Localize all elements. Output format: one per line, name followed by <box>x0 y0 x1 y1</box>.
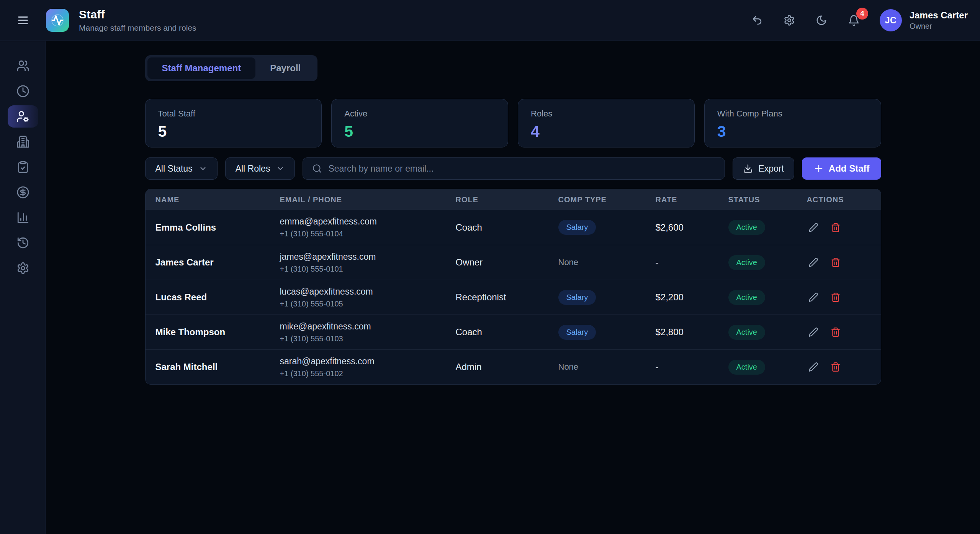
tab-payroll[interactable]: Payroll <box>255 57 315 79</box>
column-header-role: Role <box>456 195 558 204</box>
sidebar-item-history[interactable] <box>8 232 38 254</box>
staff-rate: $2,800 <box>656 327 728 337</box>
stat-card-active: Active 5 <box>331 99 508 147</box>
clipboard-check-icon <box>16 161 29 174</box>
staff-role: Receptionist <box>456 292 558 303</box>
sidebar <box>0 41 46 534</box>
column-header-rate: Rate <box>656 195 728 204</box>
staff-name: Sarah Mitchell <box>155 362 280 372</box>
app-logo-icon <box>46 9 69 32</box>
staff-phone: +1 (310) 555-0102 <box>280 369 456 378</box>
user-name: James Carter <box>910 10 968 21</box>
status-badge: Active <box>728 220 765 235</box>
stat-cards: Total Staff 5 Active 5 Roles 4 With Comp… <box>145 99 881 147</box>
staff-rate: $2,200 <box>656 292 728 303</box>
table-row[interactable]: James Carter james@apexfitness.com +1 (3… <box>146 245 881 280</box>
comp-type-badge: None <box>558 257 579 267</box>
sidebar-item-tasks[interactable] <box>8 156 38 178</box>
gear-icon[interactable] <box>781 12 797 28</box>
plus-icon <box>813 163 824 174</box>
table-row[interactable]: Lucas Reed lucas@apexfitness.com +1 (310… <box>146 280 881 315</box>
filter-bar: All Status All Roles Export Add Staff <box>145 157 881 180</box>
sidebar-item-billing[interactable] <box>8 181 38 203</box>
delete-button[interactable] <box>829 256 842 269</box>
history-icon <box>16 236 29 249</box>
delete-button[interactable] <box>829 291 842 304</box>
search-icon <box>312 164 322 174</box>
staff-email: lucas@apexfitness.com <box>280 287 456 297</box>
staff-name: Mike Thompson <box>155 327 280 337</box>
search-input[interactable] <box>328 164 715 174</box>
edit-button[interactable] <box>807 326 820 339</box>
delete-button[interactable] <box>829 360 842 373</box>
staff-table: Name Email / Phone Role Comp Type Rate S… <box>145 189 881 385</box>
table-row[interactable]: Emma Collins emma@apexfitness.com +1 (31… <box>146 210 881 245</box>
edit-button[interactable] <box>807 221 820 234</box>
hamburger-menu-button[interactable] <box>14 11 32 29</box>
sidebar-item-reports[interactable] <box>8 206 38 229</box>
search-field <box>303 157 725 180</box>
status-filter-label: All Status <box>155 164 193 174</box>
brand: Staff Manage staff members and roles <box>46 8 196 33</box>
stat-value: 5 <box>158 123 309 141</box>
staff-role: Owner <box>456 257 558 268</box>
staff-role: Coach <box>456 327 558 337</box>
column-header-comp-type: Comp Type <box>558 195 656 204</box>
stat-label: Roles <box>531 109 682 119</box>
dollar-circle-icon <box>16 186 29 199</box>
stat-label: Total Staff <box>158 109 309 119</box>
tab-bar: Staff Management Payroll <box>145 55 318 81</box>
stat-value: 4 <box>531 123 682 141</box>
delete-button[interactable] <box>829 221 842 234</box>
page-subtitle: Manage staff members and roles <box>79 23 196 33</box>
delete-button[interactable] <box>829 326 842 339</box>
page-title: Staff <box>79 8 196 21</box>
tab-staff-management[interactable]: Staff Management <box>147 57 256 79</box>
table-header-row: Name Email / Phone Role Comp Type Rate S… <box>146 189 881 210</box>
stat-value: 5 <box>344 123 495 141</box>
sidebar-item-schedule[interactable] <box>8 80 38 102</box>
export-label: Export <box>758 164 784 174</box>
download-icon <box>743 164 753 174</box>
edit-button[interactable] <box>807 256 820 269</box>
staff-rate: - <box>656 257 728 268</box>
status-badge: Active <box>728 255 765 270</box>
export-button[interactable]: Export <box>733 157 794 180</box>
staff-phone: +1 (310) 555-0103 <box>280 334 456 343</box>
roles-filter-dropdown[interactable]: All Roles <box>225 157 295 180</box>
add-staff-button[interactable]: Add Staff <box>802 157 881 180</box>
sidebar-item-settings[interactable] <box>8 257 38 279</box>
sidebar-item-facility[interactable] <box>8 131 38 153</box>
notification-badge: 4 <box>856 8 868 20</box>
column-header-email-phone: Email / Phone <box>280 195 456 204</box>
sidebar-item-staff[interactable] <box>8 105 38 128</box>
user-role: Owner <box>910 22 968 31</box>
undo-icon[interactable] <box>749 12 765 28</box>
column-header-name: Name <box>155 195 280 204</box>
status-badge: Active <box>728 325 765 340</box>
column-header-status: Status <box>728 195 807 204</box>
comp-type-badge: Salary <box>558 290 596 305</box>
staff-role: Admin <box>456 362 558 372</box>
app-header: Staff Manage staff members and roles 4 J… <box>0 0 980 41</box>
stat-card-total-staff: Total Staff 5 <box>145 99 322 147</box>
stat-value: 3 <box>717 123 868 141</box>
staff-phone: +1 (310) 555-0105 <box>280 300 456 308</box>
status-filter-dropdown[interactable]: All Status <box>145 157 218 180</box>
staff-rate: - <box>656 362 728 372</box>
edit-button[interactable] <box>807 291 820 304</box>
building-icon <box>16 135 29 148</box>
table-row[interactable]: Mike Thompson mike@apexfitness.com +1 (3… <box>146 315 881 349</box>
stat-card-roles: Roles 4 <box>518 99 695 147</box>
stat-label: Active <box>344 109 495 119</box>
comp-type-badge: None <box>558 362 579 372</box>
sidebar-item-members[interactable] <box>8 55 38 77</box>
table-row[interactable]: Sarah Mitchell sarah@apexfitness.com +1 … <box>146 349 881 384</box>
status-badge: Active <box>728 290 765 305</box>
stat-card-comp-plans: With Comp Plans 3 <box>704 99 881 147</box>
moon-icon[interactable] <box>813 12 829 28</box>
user-menu[interactable]: JC James Carter Owner <box>880 9 968 31</box>
staff-name: Emma Collins <box>155 222 280 233</box>
chevron-down-icon <box>276 164 285 173</box>
edit-button[interactable] <box>807 360 820 373</box>
